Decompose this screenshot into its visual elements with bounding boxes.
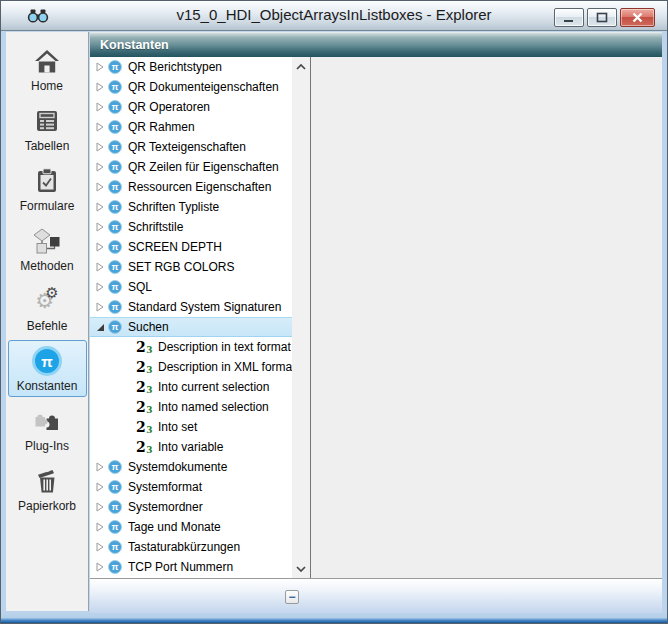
tree-item-tastaturabk-rzungen[interactable]: π Tastaturabkürzungen xyxy=(90,537,292,557)
pi-icon: π xyxy=(108,260,122,274)
tree-item-suchen[interactable]: π Suchen xyxy=(90,317,292,337)
twisty-collapsed-icon[interactable] xyxy=(96,222,107,232)
sidebar-item-befehle[interactable]: ⚙⚙ Befehle xyxy=(8,280,87,337)
tree-item-systemdokumente[interactable]: π Systemdokumente xyxy=(90,457,292,477)
sidebar-item-label: Konstanten xyxy=(9,379,86,393)
tree-item-label: QR Dokumenteigenschaften xyxy=(128,80,279,94)
tree-item-label: QR Berichtstypen xyxy=(128,60,222,74)
tree-item-schriftstile[interactable]: π Schriftstile xyxy=(90,217,292,237)
twisty-collapsed-icon[interactable] xyxy=(96,82,107,92)
tree-item-qr-berichtstypen[interactable]: π QR Berichtstypen xyxy=(90,57,292,77)
tree-item-sql[interactable]: π SQL xyxy=(90,277,292,297)
twisty-collapsed-icon[interactable] xyxy=(96,522,107,532)
splitter-collapse-button[interactable]: − xyxy=(285,590,299,604)
pi-icon: π xyxy=(108,220,122,234)
tree-item-label: SCREEN DEPTH xyxy=(128,240,222,254)
twisty-collapsed-icon[interactable] xyxy=(96,102,107,112)
tree-item-description-in-text-format[interactable]: 23 Description in text format xyxy=(90,337,292,357)
maximize-icon xyxy=(596,12,608,23)
tree-item-qr-texteigenschaften[interactable]: π QR Texteigenschaften xyxy=(90,137,292,157)
tree-item-qr-zeilen-f-r-eigenschaften[interactable]: π QR Zeilen für Eigenschaften xyxy=(90,157,292,177)
longint-icon: 23 xyxy=(136,380,152,394)
minimize-button[interactable] xyxy=(554,8,584,27)
titlebar[interactable]: v15_0_HDI_ObjectArraysInListboxes - Expl… xyxy=(1,1,667,31)
tree-item-label: Schriftstile xyxy=(128,220,183,234)
tree-item-into-variable[interactable]: 23 Into variable xyxy=(90,437,292,457)
tree-item-label: Ressourcen Eigenschaften xyxy=(128,180,271,194)
twisty-collapsed-icon[interactable] xyxy=(96,262,107,272)
twisty-collapsed-icon[interactable] xyxy=(96,62,107,72)
tree-item-into-named-selection[interactable]: 23 Into named selection xyxy=(90,397,292,417)
sidebar-item-label: Plug-Ins xyxy=(9,439,86,453)
constants-tree: π QR Berichtstypen π QR Dokumenteigensch… xyxy=(90,57,292,578)
twisty-collapsed-icon[interactable] xyxy=(96,502,107,512)
sidebar-item-plug-ins[interactable]: Plug-Ins xyxy=(8,400,87,457)
twisty-collapsed-icon[interactable] xyxy=(96,242,107,252)
tree-item-label: TCP Port Nummern xyxy=(128,560,233,574)
twisty-collapsed-icon[interactable] xyxy=(96,182,107,192)
twisty-collapsed-icon[interactable] xyxy=(96,542,107,552)
twisty-expanded-icon[interactable] xyxy=(96,323,107,332)
longint-icon: 23 xyxy=(136,360,152,374)
tree-item-label: Systemformat xyxy=(128,480,202,494)
tree-item-schriften-typliste[interactable]: π Schriften Typliste xyxy=(90,197,292,217)
scroll-up-button[interactable] xyxy=(292,58,310,75)
explorer-window: v15_0_HDI_ObjectArraysInListboxes - Expl… xyxy=(0,0,668,624)
sidebar-item-formulare[interactable]: Formulare xyxy=(8,160,87,217)
tree-item-label: Into current selection xyxy=(158,380,269,394)
twisty-collapsed-icon[interactable] xyxy=(96,202,107,212)
tree-item-into-set[interactable]: 23 Into set xyxy=(90,417,292,437)
tree-scrollbar[interactable] xyxy=(292,57,310,578)
tree-item-label: Description in text format xyxy=(158,340,291,354)
sidebar-item-tabellen[interactable]: Tabellen xyxy=(8,100,87,157)
pi-icon: π xyxy=(108,240,122,254)
twisty-collapsed-icon[interactable] xyxy=(96,562,107,572)
tree-item-label: Into variable xyxy=(158,440,223,454)
longint-icon: 23 xyxy=(136,400,152,414)
tree-item-into-current-selection[interactable]: 23 Into current selection xyxy=(90,377,292,397)
close-button[interactable] xyxy=(620,8,655,27)
minimize-icon xyxy=(563,13,575,23)
twisty-collapsed-icon[interactable] xyxy=(96,302,107,312)
sidebar-item-home[interactable]: Home xyxy=(8,40,87,97)
tree-item-screen-depth[interactable]: π SCREEN DEPTH xyxy=(90,237,292,257)
twisty-collapsed-icon[interactable] xyxy=(96,122,107,132)
tables-icon xyxy=(9,105,86,137)
tree-item-systemformat[interactable]: π Systemformat xyxy=(90,477,292,497)
twisty-collapsed-icon[interactable] xyxy=(96,282,107,292)
tree-item-tcp-port-nummern[interactable]: π TCP Port Nummern xyxy=(90,557,292,577)
tree-item-qr-dokumenteigenschaften[interactable]: π QR Dokumenteigenschaften xyxy=(90,77,292,97)
tree-item-label: QR Operatoren xyxy=(128,100,210,114)
window-resize-border-right[interactable] xyxy=(662,31,667,611)
scroll-down-button[interactable] xyxy=(292,560,310,577)
tree-item-qr-rahmen[interactable]: π QR Rahmen xyxy=(90,117,292,137)
pi-icon: π xyxy=(108,60,122,74)
tree-item-set-rgb-colors[interactable]: π SET RGB COLORS xyxy=(90,257,292,277)
sidebar-item-konstanten[interactable]: π Konstanten xyxy=(8,340,87,397)
tree-item-label: Standard System Signaturen xyxy=(128,300,281,314)
tree-item-label: Tage und Monate xyxy=(128,520,221,534)
tree-item-ressourcen-eigenschaften[interactable]: π Ressourcen Eigenschaften xyxy=(90,177,292,197)
trash-icon xyxy=(9,465,86,497)
sidebar-item-papierkorb[interactable]: Papierkorb xyxy=(8,460,87,517)
tree-item-label: Suchen xyxy=(128,320,169,334)
tree-item-label: SQL xyxy=(128,280,152,294)
twisty-collapsed-icon[interactable] xyxy=(96,142,107,152)
maximize-button[interactable] xyxy=(587,8,617,27)
twisty-collapsed-icon[interactable] xyxy=(96,462,107,472)
tree-item-qr-operatoren[interactable]: π QR Operatoren xyxy=(90,97,292,117)
tree-item-systemordner[interactable]: π Systemordner xyxy=(90,497,292,517)
tree-item-standard-system-signaturen[interactable]: π Standard System Signaturen xyxy=(90,297,292,317)
twisty-collapsed-icon[interactable] xyxy=(96,482,107,492)
sidebar-item-methoden[interactable]: Methoden xyxy=(8,220,87,277)
tree-item-tage-und-monate[interactable]: π Tage und Monate xyxy=(90,517,292,537)
sidebar-item-label: Papierkorb xyxy=(9,499,86,513)
tree-item-label: Into named selection xyxy=(158,400,269,414)
sidebar-item-label: Home xyxy=(9,79,86,93)
pi-icon: π xyxy=(108,320,122,334)
chevron-down-icon xyxy=(296,566,306,572)
sidebar-item-label: Formulare xyxy=(9,199,86,213)
tree-item-description-in-xml-format[interactable]: 23 Description in XML format xyxy=(90,357,292,377)
pi-icon: π xyxy=(108,80,122,94)
twisty-collapsed-icon[interactable] xyxy=(96,162,107,172)
